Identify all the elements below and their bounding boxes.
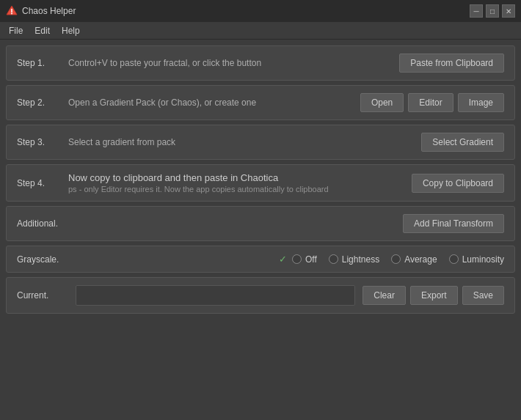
grayscale-option-luminosity[interactable]: Luminosity bbox=[449, 254, 504, 265]
off-radio[interactable] bbox=[292, 254, 302, 264]
grayscale-options: ✓ Off Lightness Average Luminosity bbox=[68, 254, 504, 265]
step3-label: Step 3. bbox=[17, 137, 68, 147]
main-content: Step 1. Control+V to paste your fractal,… bbox=[0, 40, 521, 420]
title-bar: Chaos Helper ─ □ ✕ bbox=[0, 0, 521, 22]
select-gradient-button[interactable]: Select Gradient bbox=[421, 133, 504, 152]
step2-panel: Step 2. Open a Gradient Pack (or Chaos),… bbox=[6, 85, 515, 120]
title-bar-title: Chaos Helper bbox=[22, 6, 470, 16]
step2-description: Open a Gradient Pack (or Chaos), or crea… bbox=[68, 97, 360, 108]
step1-label: Step 1. bbox=[17, 58, 68, 68]
current-label: Current. bbox=[17, 290, 68, 301]
app-icon bbox=[6, 5, 18, 17]
step3-description: Select a gradient from pack bbox=[68, 137, 421, 147]
step4-description: Now copy to clipboard and then paste in … bbox=[68, 172, 412, 183]
step2-label: Step 2. bbox=[17, 97, 68, 108]
image-button[interactable]: Image bbox=[458, 93, 504, 112]
grayscale-panel: Grayscale. ✓ Off Lightness Average bbox=[6, 246, 515, 273]
maximize-button[interactable]: □ bbox=[486, 4, 499, 18]
close-button[interactable]: ✕ bbox=[502, 4, 515, 18]
lightness-radio[interactable] bbox=[329, 254, 338, 264]
copy-to-clipboard-button[interactable]: Copy to Clipboard bbox=[412, 174, 504, 193]
off-checkmark: ✓ bbox=[279, 254, 287, 265]
luminosity-label: Luminosity bbox=[462, 254, 504, 265]
step4-label: Step 4. bbox=[17, 178, 68, 188]
step4-description-sub: ps - only Editor requires it. Now the ap… bbox=[68, 185, 412, 194]
average-radio[interactable] bbox=[391, 254, 401, 264]
grayscale-option-average[interactable]: Average bbox=[391, 254, 437, 265]
open-button[interactable]: Open bbox=[360, 93, 404, 112]
step1-description: Control+V to paste your fractal, or clic… bbox=[68, 58, 399, 68]
step2-buttons: Open Editor Image bbox=[360, 93, 504, 112]
main-window: Chaos Helper ─ □ ✕ File Edit Help Step 1… bbox=[0, 0, 521, 420]
title-bar-controls: ─ □ ✕ bbox=[470, 4, 515, 18]
grayscale-label: Grayscale. bbox=[17, 254, 68, 265]
svg-point-2 bbox=[11, 13, 12, 15]
minimize-button[interactable]: ─ bbox=[470, 4, 483, 18]
additional-panel: Additional. Add Final Transform bbox=[6, 206, 515, 241]
editor-button[interactable]: Editor bbox=[408, 93, 453, 112]
paste-from-clipboard-button[interactable]: Paste from Clipboard bbox=[399, 54, 504, 73]
step4-panel: Step 4. Now copy to clipboard and then p… bbox=[6, 164, 515, 202]
luminosity-radio[interactable] bbox=[449, 254, 459, 264]
average-label: Average bbox=[404, 254, 437, 265]
clear-button[interactable]: Clear bbox=[362, 286, 406, 305]
step1-panel: Step 1. Control+V to paste your fractal,… bbox=[6, 45, 515, 81]
step4-text-block: Now copy to clipboard and then paste in … bbox=[68, 172, 412, 194]
lightness-label: Lightness bbox=[342, 254, 379, 265]
menu-edit[interactable]: Edit bbox=[29, 24, 56, 37]
grayscale-option-off[interactable]: ✓ Off bbox=[279, 254, 317, 265]
menu-bar: File Edit Help bbox=[0, 22, 521, 40]
menu-help[interactable]: Help bbox=[56, 24, 86, 37]
current-buttons: Clear Export Save bbox=[362, 286, 504, 305]
menu-file[interactable]: File bbox=[3, 24, 29, 37]
export-button[interactable]: Export bbox=[410, 286, 458, 305]
grayscale-option-lightness[interactable]: Lightness bbox=[329, 254, 379, 265]
off-label: Off bbox=[305, 254, 317, 265]
additional-label: Additional. bbox=[17, 218, 68, 229]
step3-panel: Step 3. Select a gradient from pack Sele… bbox=[6, 125, 515, 160]
add-final-transform-button[interactable]: Add Final Transform bbox=[403, 214, 504, 233]
current-panel: Current. Clear Export Save bbox=[6, 277, 515, 314]
save-button[interactable]: Save bbox=[462, 286, 504, 305]
current-input[interactable] bbox=[76, 285, 355, 306]
